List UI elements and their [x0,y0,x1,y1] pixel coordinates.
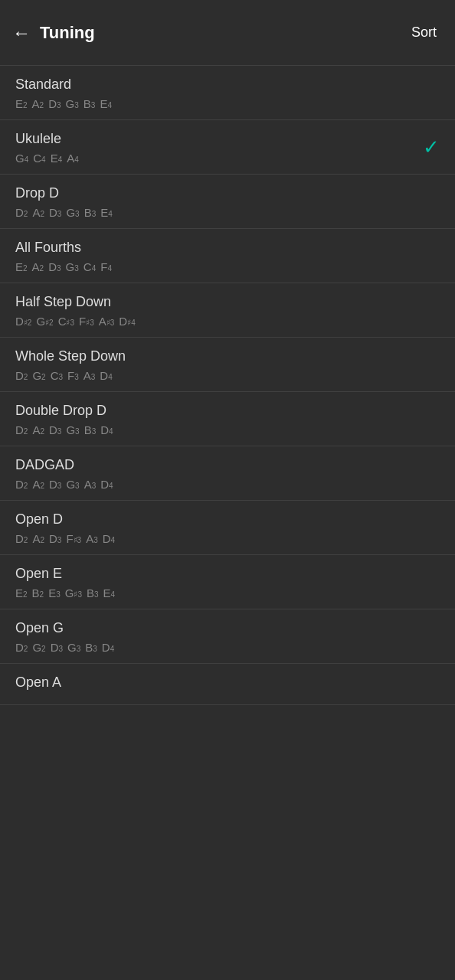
note-letter: E [100,206,108,219]
note: F3 [67,369,79,382]
note-octave: 2 [24,482,28,490]
tuning-notes: D2G2C3F3A3D4 [15,369,440,382]
note: G4 [15,152,28,165]
note-letter: D [15,206,24,219]
note-letter: D [15,532,24,545]
note: A♯3 [99,315,115,328]
sort-button[interactable]: Sort [405,18,443,47]
tuning-name: Double Drop D [15,403,440,419]
tuning-notes: G4C4E4A4 [15,152,440,165]
note: C4 [33,152,45,165]
tuning-item-half-step-down[interactable]: Half Step DownD♯2G♯2C♯3F♯3A♯3D♯4 [0,283,455,338]
note: B3 [84,206,97,219]
selected-checkmark: ✓ [423,137,440,157]
note: G3 [66,97,79,110]
note-letter: C [83,260,92,273]
tuning-item-all-fourths[interactable]: All FourthsE2A2D3G3C4F4 [0,229,455,283]
tuning-item-open-d[interactable]: Open DD2A2D3F♯3A3D4 [0,501,455,555]
note-octave: 2 [28,319,32,327]
note: C3 [51,369,63,382]
tuning-item-open-a[interactable]: Open A [0,664,455,705]
note: A2 [32,97,44,110]
note: G2 [32,369,45,382]
note: A2 [32,478,44,491]
note-letter: A [67,152,74,165]
note: D2 [15,532,28,545]
note-letter: C [58,315,67,328]
note-octave: 3 [75,482,80,490]
note-octave: 2 [40,265,44,273]
note-octave: 4 [92,265,97,273]
note-letter: F [67,369,74,382]
note-octave: 4 [108,374,113,381]
note: D3 [49,206,61,219]
note-letter: D [119,315,127,328]
note-octave: 2 [40,482,44,490]
note-letter: D [15,478,24,491]
note-letter: B [83,97,91,110]
note: D3 [48,97,61,110]
note-letter: D [48,97,57,110]
tuning-name: Drop D [15,185,440,201]
note-octave: 2 [24,645,28,653]
note-octave: 2 [24,211,28,218]
note-letter: G [36,315,45,328]
note-octave: 4 [108,211,113,218]
note-octave: 2 [40,537,44,544]
note-octave: 3 [94,591,99,599]
tuning-item-ukulele[interactable]: UkuleleG4C4E4A4✓ [0,120,455,175]
note: G2 [32,641,45,654]
note-octave: 3 [91,102,96,109]
note-octave: 2 [40,428,44,436]
tuning-item-drop-d[interactable]: Drop DD2A2D3G3B3E4 [0,175,455,229]
note-octave: 3 [57,102,61,109]
note-letter: A [84,478,92,491]
note-octave: 2 [23,102,28,109]
tuning-item-dadgad[interactable]: DADGADD2A2D3G3A3D4 [0,446,455,501]
tuning-name: Open G [15,620,440,636]
note-letter: D [49,532,57,545]
note: C4 [83,260,96,273]
tuning-item-double-drop-d[interactable]: Double Drop DD2A2D3G3B3D4 [0,392,455,446]
note: D♯4 [119,315,135,328]
note-letter: D [48,260,57,273]
note-letter: A [32,478,40,491]
note-letter: D [15,315,24,328]
note-octave: 2 [23,591,28,599]
note: D♯2 [15,315,31,328]
note: E4 [100,206,113,219]
note: B3 [84,423,97,436]
note: G3 [66,478,79,491]
note-letter: E [100,97,107,110]
tuning-item-open-e[interactable]: Open EE2B2E3G♯3B3E4 [0,555,455,609]
back-button[interactable]: ← [12,24,31,42]
note-octave: 4 [111,537,116,544]
tuning-name: Ukulele [15,131,440,147]
tuning-item-open-g[interactable]: Open GD2G2D3G3B3D4 [0,609,455,664]
note: F♯3 [66,532,81,545]
note-letter: A [83,369,91,382]
note: D2 [15,369,28,382]
note: E2 [15,260,28,273]
note-octave: 3 [58,645,63,653]
note-letter: D [100,369,108,382]
note-octave: 4 [110,645,115,653]
tuning-item-standard[interactable]: StandardE2A2D3G3B3E4 [0,66,455,120]
note-letter: A [32,532,40,545]
tuning-item-whole-step-down[interactable]: Whole Step DownD2G2C3F3A3D4 [0,338,455,392]
note-letter: D [49,423,57,436]
note-octave: 4 [58,156,63,164]
note-letter: G [15,152,25,165]
note-octave: 3 [57,537,62,544]
tuning-notes: D♯2G♯2C♯3F♯3A♯3D♯4 [15,315,440,328]
note-octave: 3 [77,537,82,544]
note-letter: G [66,97,75,110]
note-letter: A [86,532,93,545]
note-letter: D [51,641,59,654]
tuning-notes: D2A2D3G3A3D4 [15,478,440,491]
note-octave: 2 [24,428,28,436]
tuning-list: StandardE2A2D3G3B3E4UkuleleG4C4E4A4✓Drop… [0,66,455,705]
note: F4 [100,260,112,273]
note: C♯3 [58,315,74,328]
note-letter: A [32,423,40,436]
